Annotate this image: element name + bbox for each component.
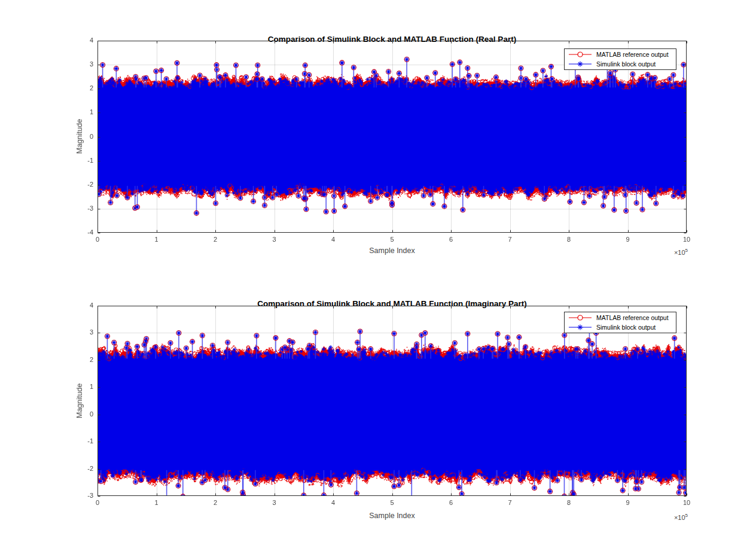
legend-item: MATLAB reference output (565, 313, 676, 322)
y-axis-label: Magnitude (75, 383, 84, 418)
y-axis-label: Magnitude (75, 119, 84, 154)
blue-line-asterisk-marker-icon (568, 59, 592, 69)
matlab-figure: Comparison of Simulink Block and MATLAB … (0, 0, 756, 557)
legend-label: MATLAB reference output (596, 314, 669, 321)
x-axis-exponent-label: ×105 (674, 248, 688, 256)
legend: MATLAB reference output Simulink block (564, 48, 676, 70)
x-axis-label: Sample Index (97, 246, 687, 255)
x-axis-exponent-label: ×105 (674, 513, 688, 521)
x-axis-label: Sample Index (97, 512, 687, 520)
red-line-circle-marker-icon (568, 313, 592, 322)
legend-item: Simulink block output (565, 59, 676, 69)
blue-line-asterisk-marker-icon (568, 322, 592, 332)
legend-item: Simulink block output (565, 322, 676, 332)
legend: MATLAB reference output Simulink block (564, 312, 676, 333)
legend-label: Simulink block output (596, 324, 656, 331)
legend-label: MATLAB reference output (596, 51, 669, 58)
legend-label: Simulink block output (596, 60, 656, 68)
legend-item: MATLAB reference output (565, 50, 676, 59)
red-line-circle-marker-icon (568, 50, 592, 59)
